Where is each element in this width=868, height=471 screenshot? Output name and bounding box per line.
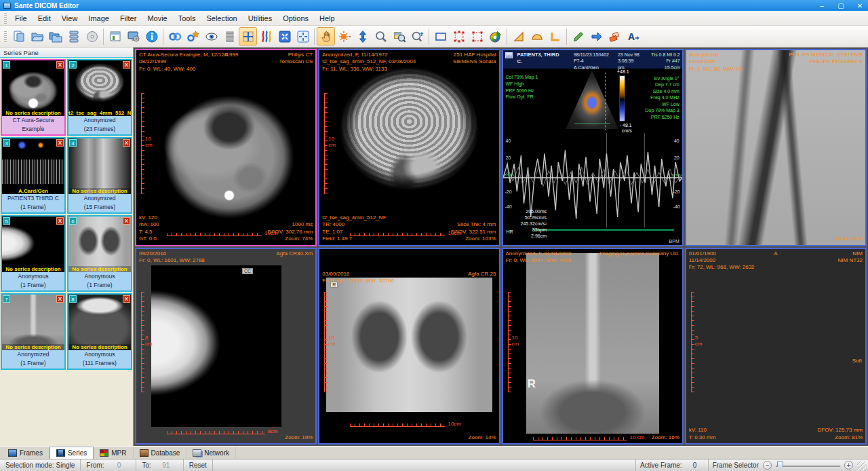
view-eye-button[interactable] <box>202 27 220 45</box>
series-thumb-3[interactable]: A.Card/Gen PATIENT3 THIRD C (1 Frame) 3 … <box>1 137 66 214</box>
pan-hand-button[interactable] <box>317 27 335 45</box>
series-description: A.Card/Gen <box>2 188 64 194</box>
viewport-angiogram[interactable]: Anonymized 01/14/2000 Fr: 1, WL: 86, WW:… <box>685 49 867 246</box>
open-folders-button[interactable] <box>46 27 64 45</box>
menu-view[interactable]: View <box>56 13 83 24</box>
to-value[interactable]: 91 <box>155 461 178 469</box>
layout-grid-button[interactable] <box>239 27 257 45</box>
tab-mpr[interactable]: MPR <box>94 447 133 459</box>
zoom-region-button[interactable] <box>390 27 408 45</box>
series-thumb-2[interactable]: t2_tse_sag_4mm_512_NF Anonymized (23 Fra… <box>67 59 132 136</box>
minimize-button[interactable]: – <box>817 2 827 10</box>
close-series-icon[interactable]: X <box>56 295 64 303</box>
series-thumb-7[interactable]: No series description Anonymized (1 Fram… <box>1 293 66 370</box>
close-series-icon[interactable]: X <box>56 217 64 225</box>
viewport-abdomen-xray[interactable]: Anonymized, F, 01/01/1900 Fr: 0, WL: 204… <box>502 248 684 445</box>
frame-minus-button[interactable]: − <box>763 461 772 470</box>
viewport-chest-xray[interactable]: 03/09/2016 Fr: 0, WL: 16383, WW: 32766 A… <box>318 248 500 445</box>
overlay-bottom-left: kV: 120 mA: 100 T: 4.5 GT: 0.0 <box>139 214 159 243</box>
close-series-icon[interactable]: X <box>123 217 130 225</box>
menu-image[interactable]: Image <box>83 13 115 24</box>
overlay-top-right: Philips CT Tomoscan CS <box>279 52 313 66</box>
viewport-mammogram[interactable]: 09/20/2016 Fr: 0, WL: 1601, WW: 2788 Agf… <box>135 248 317 445</box>
link-series-button[interactable] <box>165 27 184 45</box>
viewport-mri-brain[interactable]: Anonymized, F, 11/14/1972 t2_tse_sag_4mm… <box>318 49 500 246</box>
frame-plus-button[interactable]: + <box>844 461 853 470</box>
arrow-annotation-button[interactable] <box>587 27 606 45</box>
zoom-selection-button[interactable] <box>408 27 427 45</box>
close-series-icon[interactable]: X <box>123 139 130 147</box>
rect-select-button[interactable] <box>431 27 450 45</box>
new-file-button[interactable] <box>9 27 28 45</box>
series-number-badge: 7 <box>3 295 10 303</box>
open-folder-button[interactable] <box>28 27 46 45</box>
resize-grip[interactable] <box>857 461 867 471</box>
series-description: No series description <box>2 266 64 272</box>
series-thumb-8[interactable]: No series description Anonymous (111 Fra… <box>67 293 132 370</box>
color-palette-button[interactable] <box>486 27 505 45</box>
import-stack-button[interactable] <box>64 27 83 45</box>
expand-view-button[interactable] <box>275 27 294 45</box>
window-level-sun-button[interactable] <box>335 27 353 45</box>
protractor-button[interactable] <box>528 27 546 45</box>
menu-movie[interactable]: Movie <box>142 13 172 24</box>
pencil-button[interactable] <box>569 27 587 45</box>
stack-scroll-button[interactable] <box>353 27 372 45</box>
close-series-icon[interactable]: X <box>56 139 64 147</box>
menu-filter[interactable]: Filter <box>115 13 142 24</box>
monitor-settings-button[interactable] <box>124 27 142 45</box>
tab-series[interactable]: Series <box>50 447 94 459</box>
close-series-icon[interactable]: X <box>56 61 64 69</box>
overlay-top-right: NIM NIM NT32 <box>838 250 863 265</box>
menu-edit[interactable]: Edit <box>33 13 56 24</box>
roi-ellipse-button[interactable] <box>450 27 468 45</box>
slider-thumb[interactable] <box>777 461 783 469</box>
tab-network[interactable]: Network <box>186 447 236 459</box>
menu-options[interactable]: Options <box>277 13 314 24</box>
metadata-list-button[interactable] <box>220 27 239 45</box>
open-cd-button[interactable] <box>83 27 101 45</box>
viewport-ct-axial[interactable]: A CT Aura-Secura Example, M, 12/12/1999 … <box>135 49 317 246</box>
frame-slider[interactable] <box>776 461 840 470</box>
series-thumb-4[interactable]: No series description Anonymized (15 Fra… <box>67 137 132 214</box>
series-thumb-6[interactable]: No series description Anonymous (1 Frame… <box>67 215 132 292</box>
tab-frames[interactable]: Frames <box>2 447 50 459</box>
zoom-magnifier-button[interactable] <box>372 27 390 45</box>
color-palette-icon <box>489 30 502 43</box>
viewport-doppler-ultrasound[interactable]: PATIENT3, THIRD C. 98/11/23:150402 P7-4 … <box>502 49 684 246</box>
ruler-triangle-button[interactable] <box>509 27 528 45</box>
export-window-button[interactable] <box>106 27 124 45</box>
close-series-icon[interactable]: X <box>123 61 130 69</box>
viewport-dental-ct[interactable]: A 01/01/1900 11/14/2002 Fr: 72, WL: 968,… <box>685 248 867 445</box>
angle-ruler-button[interactable] <box>546 27 564 45</box>
mammogram-image <box>151 265 281 428</box>
from-value[interactable]: 0 <box>107 461 130 469</box>
from-field[interactable]: From: 0 <box>81 459 136 471</box>
thumb-image-doppler <box>2 138 64 194</box>
info-button[interactable] <box>142 27 161 45</box>
text-tool-button[interactable]: A <box>624 27 642 45</box>
close-series-icon[interactable]: X <box>123 295 130 303</box>
title-bar[interactable]: Sante DICOM Editor – ▢ ✕ <box>0 0 868 11</box>
series-ribbons-button[interactable] <box>257 27 275 45</box>
roi-rect-button[interactable] <box>468 27 486 45</box>
tab-database[interactable]: Database <box>134 447 187 459</box>
series-pane-header[interactable]: Series Pane <box>0 48 133 58</box>
eraser-button[interactable] <box>606 27 624 45</box>
unlink-series-button[interactable] <box>184 27 202 45</box>
series-thumb-1[interactable]: No series description CT Aura-Secura Exa… <box>1 59 66 136</box>
zoom-region-icon <box>393 30 406 43</box>
series-thumb-5[interactable]: No series description Anonymous (1 Frame… <box>1 215 66 292</box>
reset-button[interactable]: Reset <box>184 459 213 471</box>
menu-file[interactable]: File <box>9 13 33 24</box>
menu-utilities[interactable]: Utilities <box>243 13 277 24</box>
fit-to-window-button[interactable] <box>294 27 312 45</box>
menu-tools[interactable]: Tools <box>173 13 201 24</box>
menu-selection[interactable]: Selection <box>201 13 242 24</box>
menu-help[interactable]: Help <box>314 13 340 24</box>
to-field[interactable]: To: 91 <box>136 459 183 471</box>
vendor-logo-icon <box>505 52 513 58</box>
close-button[interactable]: ✕ <box>855 2 865 10</box>
maximize-button[interactable]: ▢ <box>836 2 846 10</box>
series-frame-count: (92 Frames) <box>2 134 64 136</box>
